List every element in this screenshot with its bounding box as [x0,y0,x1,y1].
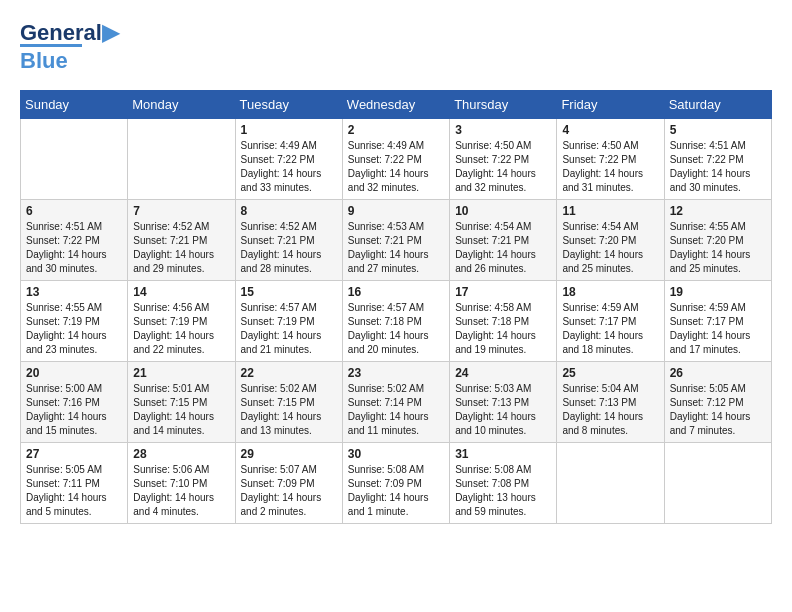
day-number: 1 [241,123,337,137]
day-info: Sunrise: 4:52 AMSunset: 7:21 PMDaylight:… [133,220,229,276]
day-number: 16 [348,285,444,299]
calendar-week-row: 20Sunrise: 5:00 AMSunset: 7:16 PMDayligh… [21,362,772,443]
calendar-cell: 13Sunrise: 4:55 AMSunset: 7:19 PMDayligh… [21,281,128,362]
day-info: Sunrise: 5:08 AMSunset: 7:09 PMDaylight:… [348,463,444,519]
day-number: 28 [133,447,229,461]
day-number: 24 [455,366,551,380]
day-number: 30 [348,447,444,461]
calendar-cell: 25Sunrise: 5:04 AMSunset: 7:13 PMDayligh… [557,362,664,443]
logo-blue-text: Blue [20,44,82,74]
calendar-cell: 27Sunrise: 5:05 AMSunset: 7:11 PMDayligh… [21,443,128,524]
day-number: 17 [455,285,551,299]
weekday-header-row: SundayMondayTuesdayWednesdayThursdayFrid… [21,91,772,119]
day-number: 5 [670,123,766,137]
day-number: 12 [670,204,766,218]
calendar-cell: 5Sunrise: 4:51 AMSunset: 7:22 PMDaylight… [664,119,771,200]
calendar-cell: 11Sunrise: 4:54 AMSunset: 7:20 PMDayligh… [557,200,664,281]
day-info: Sunrise: 4:57 AMSunset: 7:19 PMDaylight:… [241,301,337,357]
calendar-cell: 1Sunrise: 4:49 AMSunset: 7:22 PMDaylight… [235,119,342,200]
calendar-cell: 23Sunrise: 5:02 AMSunset: 7:14 PMDayligh… [342,362,449,443]
day-number: 31 [455,447,551,461]
day-number: 29 [241,447,337,461]
calendar-cell: 3Sunrise: 4:50 AMSunset: 7:22 PMDaylight… [450,119,557,200]
day-info: Sunrise: 4:51 AMSunset: 7:22 PMDaylight:… [670,139,766,195]
day-info: Sunrise: 5:05 AMSunset: 7:12 PMDaylight:… [670,382,766,438]
calendar-cell: 20Sunrise: 5:00 AMSunset: 7:16 PMDayligh… [21,362,128,443]
day-info: Sunrise: 4:59 AMSunset: 7:17 PMDaylight:… [670,301,766,357]
calendar-cell: 19Sunrise: 4:59 AMSunset: 7:17 PMDayligh… [664,281,771,362]
day-number: 13 [26,285,122,299]
day-info: Sunrise: 5:02 AMSunset: 7:14 PMDaylight:… [348,382,444,438]
day-info: Sunrise: 5:05 AMSunset: 7:11 PMDaylight:… [26,463,122,519]
calendar-cell: 9Sunrise: 4:53 AMSunset: 7:21 PMDaylight… [342,200,449,281]
page-header: General▶ Blue [20,20,772,74]
day-info: Sunrise: 4:49 AMSunset: 7:22 PMDaylight:… [348,139,444,195]
calendar-week-row: 6Sunrise: 4:51 AMSunset: 7:22 PMDaylight… [21,200,772,281]
day-number: 2 [348,123,444,137]
calendar-cell: 14Sunrise: 4:56 AMSunset: 7:19 PMDayligh… [128,281,235,362]
calendar-cell [128,119,235,200]
weekday-header-tuesday: Tuesday [235,91,342,119]
day-info: Sunrise: 5:07 AMSunset: 7:09 PMDaylight:… [241,463,337,519]
day-number: 22 [241,366,337,380]
day-info: Sunrise: 4:56 AMSunset: 7:19 PMDaylight:… [133,301,229,357]
day-number: 7 [133,204,229,218]
calendar-cell: 2Sunrise: 4:49 AMSunset: 7:22 PMDaylight… [342,119,449,200]
day-number: 14 [133,285,229,299]
calendar-week-row: 13Sunrise: 4:55 AMSunset: 7:19 PMDayligh… [21,281,772,362]
calendar-cell: 10Sunrise: 4:54 AMSunset: 7:21 PMDayligh… [450,200,557,281]
day-number: 19 [670,285,766,299]
logo-text: General▶ [20,20,119,46]
day-number: 11 [562,204,658,218]
weekday-header-wednesday: Wednesday [342,91,449,119]
day-number: 4 [562,123,658,137]
day-info: Sunrise: 4:50 AMSunset: 7:22 PMDaylight:… [562,139,658,195]
calendar-cell: 31Sunrise: 5:08 AMSunset: 7:08 PMDayligh… [450,443,557,524]
calendar-table: SundayMondayTuesdayWednesdayThursdayFrid… [20,90,772,524]
logo: General▶ Blue [20,20,119,74]
weekday-header-monday: Monday [128,91,235,119]
calendar-cell: 7Sunrise: 4:52 AMSunset: 7:21 PMDaylight… [128,200,235,281]
day-info: Sunrise: 4:54 AMSunset: 7:20 PMDaylight:… [562,220,658,276]
day-number: 23 [348,366,444,380]
day-number: 10 [455,204,551,218]
day-info: Sunrise: 4:57 AMSunset: 7:18 PMDaylight:… [348,301,444,357]
day-number: 15 [241,285,337,299]
day-number: 27 [26,447,122,461]
calendar-cell: 30Sunrise: 5:08 AMSunset: 7:09 PMDayligh… [342,443,449,524]
calendar-cell [557,443,664,524]
calendar-cell: 18Sunrise: 4:59 AMSunset: 7:17 PMDayligh… [557,281,664,362]
day-info: Sunrise: 5:03 AMSunset: 7:13 PMDaylight:… [455,382,551,438]
calendar-cell: 16Sunrise: 4:57 AMSunset: 7:18 PMDayligh… [342,281,449,362]
calendar-cell: 12Sunrise: 4:55 AMSunset: 7:20 PMDayligh… [664,200,771,281]
calendar-cell: 24Sunrise: 5:03 AMSunset: 7:13 PMDayligh… [450,362,557,443]
calendar-cell: 8Sunrise: 4:52 AMSunset: 7:21 PMDaylight… [235,200,342,281]
day-number: 26 [670,366,766,380]
day-info: Sunrise: 4:50 AMSunset: 7:22 PMDaylight:… [455,139,551,195]
day-info: Sunrise: 4:58 AMSunset: 7:18 PMDaylight:… [455,301,551,357]
weekday-header-saturday: Saturday [664,91,771,119]
weekday-header-friday: Friday [557,91,664,119]
calendar-cell [664,443,771,524]
day-info: Sunrise: 4:54 AMSunset: 7:21 PMDaylight:… [455,220,551,276]
day-info: Sunrise: 5:02 AMSunset: 7:15 PMDaylight:… [241,382,337,438]
calendar-cell: 6Sunrise: 4:51 AMSunset: 7:22 PMDaylight… [21,200,128,281]
calendar-cell: 4Sunrise: 4:50 AMSunset: 7:22 PMDaylight… [557,119,664,200]
day-number: 20 [26,366,122,380]
day-info: Sunrise: 4:53 AMSunset: 7:21 PMDaylight:… [348,220,444,276]
day-info: Sunrise: 4:55 AMSunset: 7:19 PMDaylight:… [26,301,122,357]
calendar-week-row: 1Sunrise: 4:49 AMSunset: 7:22 PMDaylight… [21,119,772,200]
day-number: 9 [348,204,444,218]
day-number: 8 [241,204,337,218]
calendar-cell: 21Sunrise: 5:01 AMSunset: 7:15 PMDayligh… [128,362,235,443]
day-info: Sunrise: 4:49 AMSunset: 7:22 PMDaylight:… [241,139,337,195]
day-info: Sunrise: 5:04 AMSunset: 7:13 PMDaylight:… [562,382,658,438]
calendar-cell: 29Sunrise: 5:07 AMSunset: 7:09 PMDayligh… [235,443,342,524]
day-info: Sunrise: 5:06 AMSunset: 7:10 PMDaylight:… [133,463,229,519]
weekday-header-sunday: Sunday [21,91,128,119]
calendar-week-row: 27Sunrise: 5:05 AMSunset: 7:11 PMDayligh… [21,443,772,524]
calendar-cell: 15Sunrise: 4:57 AMSunset: 7:19 PMDayligh… [235,281,342,362]
calendar-cell: 22Sunrise: 5:02 AMSunset: 7:15 PMDayligh… [235,362,342,443]
day-info: Sunrise: 5:01 AMSunset: 7:15 PMDaylight:… [133,382,229,438]
day-number: 25 [562,366,658,380]
